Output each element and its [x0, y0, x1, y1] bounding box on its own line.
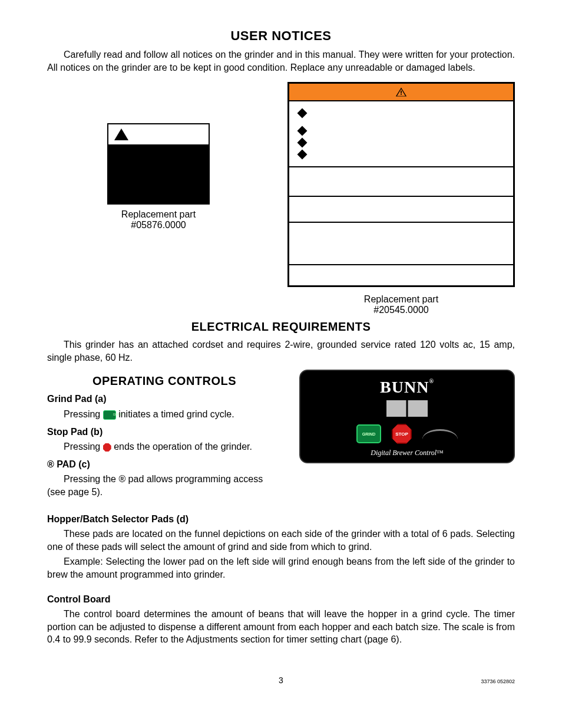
- reg-pad-heading: ® PAD (c): [47, 458, 282, 471]
- display-window: [386, 400, 428, 417]
- reg-pad-text: Pressing the ® pad allows programming ac…: [47, 473, 282, 498]
- replacement-1-number: #05876.0000: [131, 220, 186, 230]
- hopper-text-2: Example: Selecting the lower pad on the …: [47, 555, 515, 581]
- warning-label-header: [289, 84, 513, 101]
- warning-section-2: [289, 167, 513, 197]
- operating-row: OPERATING CONTROLS Grind Pad (a) Pressin…: [47, 370, 515, 500]
- panel-tagline: Digital Brewer Control™: [310, 449, 504, 457]
- left-label-col: Replacement part #05876.0000: [47, 82, 270, 315]
- brand-reg: ®: [429, 378, 434, 384]
- brand-logo: BUNN®: [310, 378, 504, 397]
- replacement-2-number: #20545.0000: [373, 305, 428, 315]
- user-notices-intro: Carefully read and follow all notices on…: [47, 48, 515, 74]
- warning-section-5: [289, 265, 513, 285]
- bullet-diamond-icon: [297, 150, 308, 160]
- hopper-heading: Hopper/Batch Selector Pads (d): [47, 513, 515, 526]
- grind-text-2: initiates a timed grind cycle.: [118, 409, 234, 419]
- warning-section-1: [289, 101, 513, 167]
- control-board-text: The control board determines the amount …: [47, 608, 515, 646]
- control-board-heading: Control Board: [47, 593, 515, 606]
- stop-button[interactable]: STOP: [392, 424, 412, 444]
- replacement-1-text: Replacement part: [121, 209, 196, 219]
- caution-label-body: [108, 144, 209, 203]
- bullet-diamond-icon: [297, 138, 308, 148]
- labels-row: Replacement part #05876.0000: [47, 82, 515, 315]
- heading-electrical: ELECTRICAL REQUIREMENTS: [47, 320, 515, 334]
- bullet-diamond-icon: [297, 126, 308, 136]
- stop-text-2: ends the operation of the grinder.: [114, 442, 252, 452]
- stop-pad-heading: Stop Pad (b): [47, 426, 282, 439]
- grind-button[interactable]: GRIND: [356, 424, 381, 443]
- svg-rect-1: [401, 94, 402, 95]
- grind-pad-text: Pressing GRIND initiates a timed grind c…: [47, 408, 282, 421]
- panel-col: BUNN® GRIND STOP Digital Brewer Control™: [299, 370, 515, 463]
- caution-label-box: [107, 123, 210, 205]
- stop-pad-text: Pressing STOP ends the operation of the …: [47, 440, 282, 453]
- stop-text-1: Pressing: [64, 442, 103, 452]
- stop-icon: STOP: [103, 443, 111, 452]
- page-number: 3: [203, 676, 359, 685]
- warning-section-4: [289, 223, 513, 265]
- grind-icon: GRIND: [103, 410, 116, 420]
- brand-text: BUNN: [380, 378, 429, 396]
- replacement-part-1: Replacement part #05876.0000: [47, 209, 270, 230]
- heading-operating: OPERATING CONTROLS: [47, 374, 282, 388]
- document-code: 33736 052802: [359, 678, 515, 684]
- replacement-2-text: Replacement part: [364, 294, 438, 304]
- page-footer: 3 33736 052802: [47, 676, 515, 685]
- grind-pad-heading: Grind Pad (a): [47, 393, 282, 406]
- panel-buttons: GRIND STOP: [310, 424, 504, 444]
- right-label-col: Replacement part #20545.0000: [287, 82, 515, 315]
- operating-text-col: OPERATING CONTROLS Grind Pad (a) Pressin…: [47, 370, 282, 500]
- heading-user-notices: USER NOTICES: [47, 28, 515, 44]
- electrical-text: This grinder has an attached cordset and…: [47, 338, 515, 364]
- warning-triangle-icon: [114, 129, 128, 140]
- control-panel: BUNN® GRIND STOP Digital Brewer Control™: [299, 370, 515, 463]
- svg-rect-0: [401, 91, 402, 94]
- warning-label-box: [287, 82, 515, 287]
- stop-octagon: STOP: [392, 424, 412, 444]
- caution-label-header: [108, 124, 209, 144]
- warning-section-3: [289, 197, 513, 223]
- panel-curve-icon: [422, 429, 458, 439]
- bullet-diamond-icon: [297, 108, 308, 118]
- replacement-part-2: Replacement part #20545.0000: [287, 294, 515, 315]
- alert-icon: [395, 87, 407, 97]
- hopper-text-1: These pads are located on the funnel dep…: [47, 528, 515, 553]
